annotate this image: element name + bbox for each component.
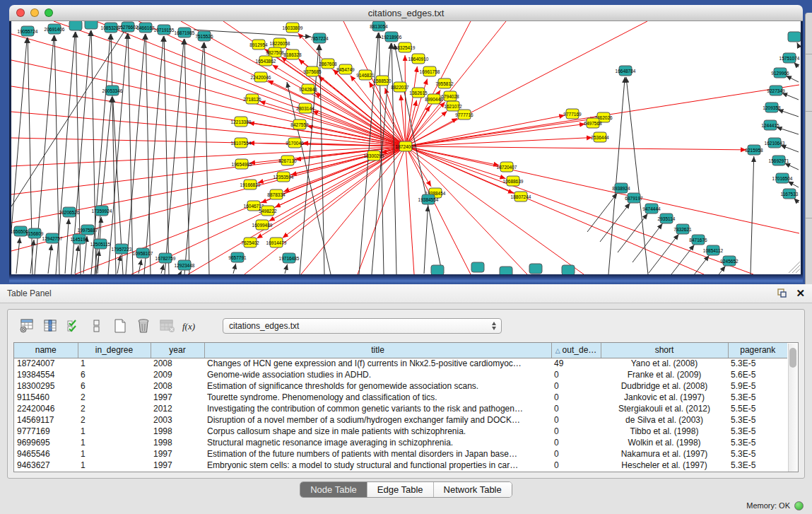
cell[interactable]: Estimation of significance thresholds fo… xyxy=(204,380,551,392)
cell[interactable]: 1 xyxy=(78,448,151,460)
graph-node-12353594[interactable]: 12353594 xyxy=(273,172,294,182)
table-row[interactable]: 911546021997Tourette syndrome. Phenomeno… xyxy=(14,392,787,403)
cell[interactable]: Stergiakouli et al. (2012) xyxy=(601,403,728,414)
graph-node-9227349[interactable]: 9227349 xyxy=(767,86,785,95)
new-document-icon[interactable] xyxy=(111,317,129,335)
graph-node-unlabeled[interactable] xyxy=(529,264,542,274)
column-header-in_degree[interactable]: in_degree xyxy=(78,343,151,358)
graph-node-16914479[interactable]: 16914479 xyxy=(266,238,287,247)
cell[interactable]: Yano et al. (2008) xyxy=(601,358,728,369)
row-height-icon[interactable] xyxy=(88,317,106,335)
graph-node-2867608[interactable]: 2867608 xyxy=(319,59,337,69)
graph-node-unlabeled[interactable] xyxy=(788,32,801,42)
cell[interactable]: Structural magnetic resonance image aver… xyxy=(204,437,551,448)
graph-node-15751074[interactable]: 15751074 xyxy=(779,53,800,63)
table-row[interactable]: 1830029562008Estimation of significance … xyxy=(14,380,787,392)
cell[interactable]: 49 xyxy=(551,358,601,369)
cell[interactable]: 0 xyxy=(551,460,601,471)
cell[interactable]: Tourette syndrome. Phenomenology and cla… xyxy=(204,392,551,403)
graph-node-9170046[interactable]: 9170046 xyxy=(286,138,304,148)
function-builder-icon[interactable]: f(x) xyxy=(181,317,199,335)
cell[interactable]: Dudbridge et al. (2008) xyxy=(601,380,728,392)
cell[interactable]: 2 xyxy=(78,392,151,403)
graph-node-18107554[interactable]: 18107554 xyxy=(231,138,252,148)
table-row[interactable]: 969969511998Structural magnetic resonanc… xyxy=(14,437,787,448)
table-row[interactable]: 1938455462009Genome-wide association stu… xyxy=(14,369,787,380)
cell[interactable]: 18300295 xyxy=(14,380,78,392)
graph-node-1209358[interactable]: 1209358 xyxy=(763,103,781,112)
graph-node-10719155[interactable]: 10719155 xyxy=(154,25,175,35)
zoom-window-button[interactable] xyxy=(45,8,53,17)
column-header-out_de[interactable]: △out_de… xyxy=(551,343,601,358)
cell[interactable]: 19384554 xyxy=(14,369,78,380)
graph-node-unlabeled[interactable] xyxy=(500,267,512,274)
cell[interactable]: Wolkin et al. (1998) xyxy=(601,437,728,448)
cell[interactable]: Tibbo et al. (1998) xyxy=(601,426,728,437)
cell[interactable]: Investigating the contribution of common… xyxy=(204,403,551,414)
memory-status-icon[interactable] xyxy=(794,501,804,510)
graph-node-8215958[interactable]: 8215958 xyxy=(745,145,763,155)
graph-node-10688639[interactable]: 10688639 xyxy=(503,176,524,186)
table-row[interactable]: 1872400712008Changes of HCN gene express… xyxy=(14,358,787,369)
cell[interactable]: 9463627 xyxy=(14,460,78,471)
cell[interactable]: 2012 xyxy=(151,403,204,414)
cell[interactable]: 9777169 xyxy=(14,426,78,437)
graph-node-1156809[interactable]: 1156809 xyxy=(26,228,44,238)
cell[interactable]: 1997 xyxy=(151,448,204,460)
cell[interactable]: 0 xyxy=(551,380,601,392)
graph-node-19218906[interactable]: 19218906 xyxy=(382,32,402,42)
tab-edge-table[interactable]: Edge Table xyxy=(367,482,433,497)
cell[interactable]: Nakamura et al. (1997) xyxy=(601,448,728,460)
graph-node-20691406[interactable]: 20691406 xyxy=(45,24,65,34)
graph-node-9129966[interactable]: 9129966 xyxy=(771,68,789,78)
graph-node-unlabeled[interactable] xyxy=(69,21,82,30)
cell[interactable]: 1 xyxy=(78,426,151,437)
cell[interactable]: Estimation of the future numbers of pati… xyxy=(204,448,551,460)
graph-node-1145194[interactable]: 1145194 xyxy=(71,234,88,244)
graph-node-1244415[interactable]: 1244415 xyxy=(761,120,779,130)
graph-node-16033809[interactable]: 16033809 xyxy=(283,23,303,33)
graph-node-2536444[interactable]: 2536444 xyxy=(591,132,609,142)
cell[interactable]: 5.6E-5 xyxy=(728,369,787,380)
cell[interactable]: 5.5E-5 xyxy=(728,403,787,414)
graph-node-16961758[interactable]: 16961758 xyxy=(420,66,440,76)
graph-node-6794028[interactable]: 6794028 xyxy=(441,91,459,101)
graph-node-unlabeled[interactable] xyxy=(85,21,98,29)
column-header-name[interactable]: name xyxy=(14,343,78,358)
cell[interactable]: 1 xyxy=(78,437,151,448)
column-header-short[interactable]: short xyxy=(601,343,728,358)
graph-node-19166829[interactable]: 19166829 xyxy=(240,180,261,189)
graph-node-6466162[interactable]: 6466162 xyxy=(136,23,155,33)
close-panel-icon[interactable]: ✕ xyxy=(796,288,805,298)
cell[interactable]: Changes of HCN gene expression and I(f) … xyxy=(204,358,551,369)
cell[interactable]: 5.3E-5 xyxy=(728,414,787,426)
graph-node-6497568[interactable]: 6497568 xyxy=(584,118,602,128)
network-window-titlebar[interactable]: citations_edges.txt xyxy=(9,5,803,21)
cell[interactable]: 5.3E-5 xyxy=(728,426,787,437)
table-settings-icon[interactable] xyxy=(18,317,36,335)
delete-table-icon[interactable] xyxy=(158,317,176,335)
cell[interactable]: 5.3E-5 xyxy=(728,358,787,369)
graph-node-8822037[interactable]: 8822037 xyxy=(391,82,409,92)
graph-node-8267130[interactable]: 8267130 xyxy=(278,156,297,165)
column-header-year[interactable]: year xyxy=(151,343,204,358)
graph-node-16871985[interactable]: 16871985 xyxy=(175,28,195,37)
tab-node-table[interactable]: Node Table xyxy=(300,482,367,497)
minimize-window-button[interactable] xyxy=(30,8,39,17)
cell[interactable]: 5.3E-5 xyxy=(728,448,787,460)
cell[interactable]: 6 xyxy=(78,369,151,380)
cell[interactable]: Genome-wide association studies in ADHD. xyxy=(204,369,551,380)
graph-node-8427552[interactable]: 8427552 xyxy=(290,119,309,129)
cell[interactable]: Embryonic stem cells: a model to study s… xyxy=(204,460,551,471)
cell[interactable]: 2008 xyxy=(151,380,204,392)
graph-node-9657791[interactable]: 9657791 xyxy=(228,252,247,262)
cell[interactable]: 6 xyxy=(78,380,151,392)
graph-node-7515526[interactable]: 7515526 xyxy=(195,31,213,41)
table-vertical-scrollbar[interactable] xyxy=(788,344,797,472)
close-window-button[interactable] xyxy=(16,8,25,17)
graph-node-9375685[interactable]: 9375685 xyxy=(303,66,322,76)
table-row[interactable]: 977716911998Corpus callosum shape and si… xyxy=(14,426,787,437)
graph-node-17957223[interactable]: 17957223 xyxy=(112,244,132,254)
graph-node-18640910[interactable]: 18640910 xyxy=(408,54,429,64)
graph-node-1588520[interactable]: 1588520 xyxy=(373,76,392,86)
